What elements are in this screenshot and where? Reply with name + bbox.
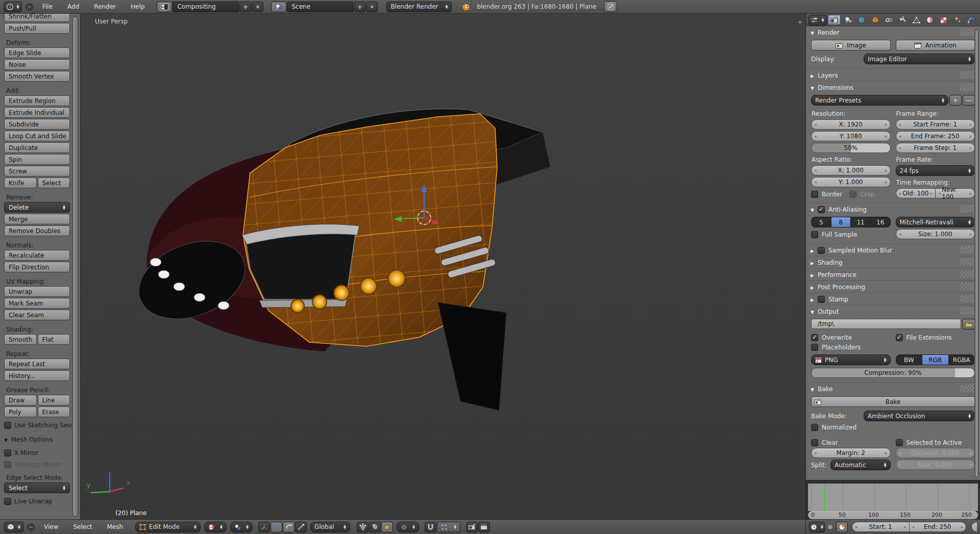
live-unwrap-checkbox[interactable]	[4, 498, 11, 505]
scene-name-field[interactable]: Scene	[287, 2, 353, 12]
render-opengl-image-button[interactable]	[466, 522, 478, 532]
tool-button[interactable]: Screw	[4, 166, 70, 176]
collapse-menus-icon[interactable]	[27, 523, 35, 531]
overwrite-checkbox[interactable]	[811, 334, 818, 341]
tab-scene[interactable]	[842, 15, 854, 25]
resolution-x-field[interactable]: X: 1920	[811, 119, 891, 130]
panel-shading-header[interactable]: Shading	[806, 257, 980, 268]
tool-button[interactable]: Repeat Last	[4, 359, 70, 369]
file-extensions-checkbox[interactable]	[896, 334, 903, 341]
tool-shelf-scrollbar[interactable]	[72, 16, 79, 517]
viewport-3d[interactable]: y x User Persp (20) Plane	[81, 14, 805, 519]
start-frame-field[interactable]: Start Frame: 1	[896, 119, 975, 130]
tool-button-gp-erase[interactable]: Erase	[38, 406, 70, 417]
menu-view[interactable]: View	[38, 523, 64, 530]
tool-button[interactable]: Edge Slide	[4, 47, 70, 58]
tab-material[interactable]	[924, 15, 937, 25]
mode-select[interactable]: Edit Mode	[135, 522, 201, 532]
timeline-playhead[interactable]	[824, 484, 825, 511]
tab-constraints[interactable]	[883, 15, 895, 25]
pivot-point-select[interactable]	[230, 522, 253, 532]
display-select[interactable]: Image Editor	[864, 54, 975, 64]
tab-physics[interactable]	[965, 15, 977, 25]
collapse-menus-icon[interactable]	[26, 3, 33, 11]
manipulator-toggle-button[interactable]	[258, 522, 270, 532]
edge-select-mode-select[interactable]: Select	[4, 482, 70, 493]
timeline-scrollbar[interactable]: 0 50 100 150 200 250	[808, 511, 978, 519]
resolution-percentage-slider[interactable]: 50%	[811, 143, 891, 153]
aa-filter-select[interactable]: Mitchell-Netravali	[896, 217, 975, 227]
tool-button[interactable]: Loop Cut and Slide	[4, 131, 70, 141]
frame-rate-select[interactable]: 24 fps	[896, 165, 975, 176]
color-mode-rgb[interactable]: RGB	[922, 355, 949, 365]
tool-button[interactable]: Smooth Vertex	[4, 71, 70, 82]
panel-layers-header[interactable]: Layers	[806, 69, 980, 81]
antialiasing-checkbox[interactable]	[818, 206, 825, 213]
delete-scene-button[interactable]	[366, 2, 378, 12]
aa-size-field[interactable]: Size: 1.000	[896, 229, 975, 239]
placeholders-checkbox[interactable]	[811, 344, 818, 351]
delete-screen-button[interactable]	[252, 2, 263, 12]
vertex-select-mode-button[interactable]	[357, 522, 369, 532]
stamp-checkbox[interactable]	[818, 296, 825, 303]
tool-button[interactable]: Flip Direction	[4, 262, 70, 272]
window-duplicate-button[interactable]	[604, 1, 617, 12]
tool-button[interactable]: Push/Pull	[4, 23, 70, 34]
timeline-editor[interactable]: 0 50 100 150 200 250	[805, 480, 980, 519]
aspect-x-field[interactable]: X: 1.000	[811, 165, 891, 175]
browse-folder-button[interactable]	[962, 319, 975, 329]
tab-object-data[interactable]	[910, 15, 923, 25]
color-mode-bw[interactable]: BW	[896, 355, 923, 365]
aa-samples-5[interactable]: 5	[812, 217, 831, 227]
normalized-checkbox[interactable]	[811, 424, 818, 431]
panel-motion-blur-header[interactable]: Sampled Motion Blur	[806, 244, 980, 256]
tab-world[interactable]	[855, 15, 868, 25]
snap-toggle-button[interactable]	[425, 522, 436, 532]
editor-type-timeline-button[interactable]	[809, 522, 825, 532]
remove-preset-button[interactable]: —	[963, 95, 975, 106]
properties-scrollbar[interactable]	[974, 29, 979, 478]
add-screen-button[interactable]	[239, 2, 251, 12]
add-preset-button[interactable]	[949, 95, 962, 106]
tool-button[interactable]: Remove Doubles	[4, 225, 70, 236]
tab-render[interactable]	[828, 15, 841, 25]
resolution-y-field[interactable]: Y: 1080	[811, 131, 891, 141]
tool-button[interactable]: Extrude Region	[4, 95, 70, 106]
timeline-frame-field-partial[interactable]	[971, 522, 977, 532]
tool-button[interactable]: Noise	[4, 59, 70, 70]
color-mode-rgba[interactable]: RGBA	[949, 355, 975, 365]
menu-help[interactable]: Help	[125, 3, 150, 10]
snap-element-select[interactable]	[437, 522, 460, 532]
panel-dimensions-header[interactable]: Dimensions	[806, 82, 980, 93]
timeline-start-field[interactable]: Start: 1	[852, 522, 909, 532]
pin-toggle-icon[interactable]: ⊕	[828, 523, 833, 530]
x-mirror-checkbox[interactable]	[4, 449, 11, 456]
bake-margin-field[interactable]: Margin: 2	[811, 448, 891, 458]
aspect-y-field[interactable]: Y: 1.000	[811, 177, 891, 187]
aa-samples-8[interactable]: 8	[831, 217, 851, 227]
menu-add[interactable]: Add	[62, 3, 85, 10]
editor-type-properties-button[interactable]	[808, 15, 827, 26]
tool-button-gp-poly[interactable]: Poly	[4, 406, 37, 417]
tool-button[interactable]: Merge	[4, 214, 70, 224]
sketching-sessions-checkbox[interactable]	[4, 422, 11, 429]
aa-samples-11[interactable]: 11	[851, 217, 871, 227]
output-path-field[interactable]: /tmp\	[811, 319, 961, 329]
tool-button-knife[interactable]: Knife	[4, 177, 37, 188]
translate-manipulator-button[interactable]	[271, 522, 282, 532]
render-opengl-animation-button[interactable]	[478, 522, 490, 532]
compression-slider[interactable]: Compression: 90%	[811, 368, 975, 378]
proportional-edit-select[interactable]	[397, 522, 419, 532]
motion-blur-checkbox[interactable]	[818, 247, 825, 254]
time-remap-old-field[interactable]: Old: 100	[896, 188, 936, 198]
menu-mesh[interactable]: Mesh	[102, 523, 129, 530]
delete-menu-select[interactable]: Delete	[4, 202, 70, 213]
frame-step-field[interactable]: Frame Step: 1	[896, 143, 975, 153]
panel-bake-header[interactable]: Bake	[806, 383, 980, 395]
timeline-end-field[interactable]: End: 250	[909, 522, 966, 532]
clear-checkbox[interactable]	[811, 439, 818, 446]
bake-button[interactable]: Bake	[811, 396, 975, 407]
tab-object[interactable]	[869, 15, 881, 25]
full-sample-checkbox[interactable]	[811, 231, 818, 238]
tool-button[interactable]: Subdivide	[4, 119, 70, 130]
